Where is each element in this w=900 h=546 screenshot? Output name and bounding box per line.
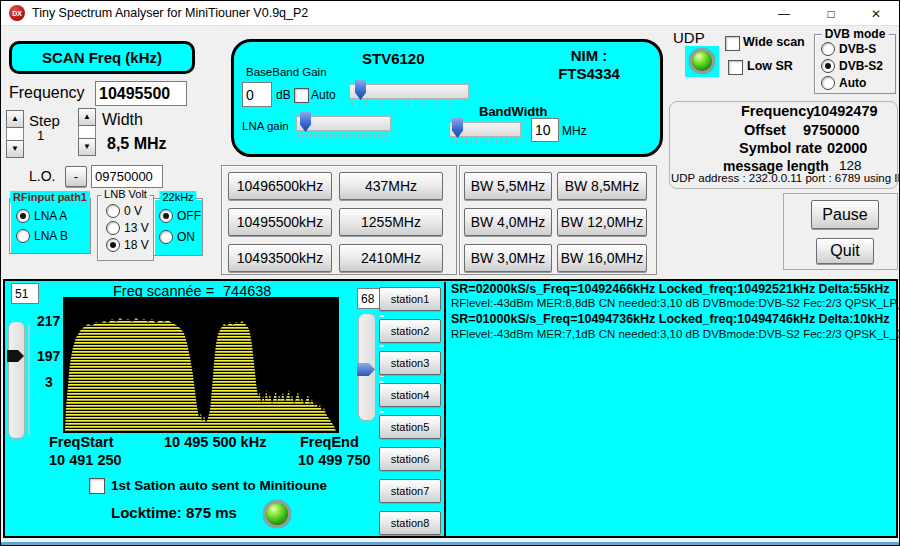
left-slider-groove — [28, 323, 30, 435]
bw-button-12-0[interactable]: BW 12,0MHz — [557, 208, 647, 236]
mhz-unit-label: MHz — [562, 124, 587, 138]
checkbox-icon — [294, 88, 309, 103]
station5-button[interactable]: station5 — [379, 415, 441, 439]
pause-button[interactable]: Pause — [811, 200, 879, 229]
bw-button-4-0[interactable]: BW 4,0MHz — [464, 208, 552, 236]
step-down-button[interactable]: ▼ — [6, 140, 24, 158]
band-preset-button-1255[interactable]: 1255MHz — [339, 208, 443, 236]
station7-button[interactable]: station7 — [379, 479, 441, 503]
station1-summary: SR=02000kS/s_Freq=10492466kHz Locked_fre… — [451, 282, 889, 296]
radio-icon — [16, 229, 30, 243]
bw-button-3-0[interactable]: BW 3,0MHz — [464, 244, 552, 272]
low-sr-label: Low SR — [747, 59, 793, 73]
bw-button-8-5[interactable]: BW 8,5MHz — [557, 172, 647, 200]
checkbox-icon — [728, 60, 743, 75]
radio-18v[interactable]: 18 V — [106, 238, 149, 252]
lnb-volt-groupbox: LNB Volt 0 V 13 V 18 V — [97, 195, 154, 261]
arrow-up-icon: ▲ — [83, 113, 91, 121]
status-offset-value: 9750000 — [803, 122, 859, 138]
arrow-down-icon: ▼ — [11, 145, 19, 153]
step-spinner[interactable]: ▲ ▼ — [6, 110, 24, 158]
radio-label: 13 V — [124, 221, 149, 235]
radio-22khz-on[interactable]: ON — [159, 230, 195, 244]
radio-lna-a[interactable]: LNA A — [16, 209, 67, 223]
maximize-button[interactable]: □ — [809, 1, 853, 26]
lo-input[interactable] — [91, 165, 163, 188]
width-spinner[interactable]: ▲ ▼ — [78, 108, 96, 156]
close-button[interactable]: ✕ — [854, 1, 898, 26]
radio-label: Auto — [839, 76, 866, 90]
radio-13v[interactable]: 13 V — [106, 221, 149, 235]
radio-label: LNA A — [34, 209, 67, 223]
nim-title: NIM : — [524, 47, 654, 64]
bw-button-16-0[interactable]: BW 16,0MHz — [557, 244, 647, 272]
status-symbol-rate-label: Symbol rate — [739, 140, 822, 156]
step-up-button[interactable]: ▲ — [6, 110, 24, 128]
frequency-input[interactable] — [95, 81, 187, 106]
window-title: Tiny Spectrum Analyser for MiniTiouner V… — [32, 6, 308, 20]
quit-button[interactable]: Quit — [816, 238, 874, 264]
left-gain-slider[interactable] — [8, 321, 25, 439]
baseband-gain-input[interactable] — [242, 82, 272, 107]
close-icon: ✕ — [871, 7, 881, 21]
radio-dvb-s[interactable]: DVB-S — [821, 42, 876, 56]
bw-button-5-5[interactable]: BW 5,5MHz — [464, 172, 552, 200]
radio-lna-b[interactable]: LNA B — [16, 229, 68, 243]
freq-start-label: FreqStart — [49, 434, 113, 450]
radio-label: OFF — [177, 209, 201, 223]
auto-checkbox[interactable] — [294, 88, 307, 101]
radio-selected-icon — [821, 59, 835, 73]
left-gain-input[interactable] — [11, 283, 39, 304]
freq-preset-button-3[interactable]: 10493500kHz — [228, 244, 332, 272]
app-icon-text: DX — [12, 10, 22, 17]
station3-button[interactable]: station3 — [379, 351, 441, 375]
radio-label: 18 V — [124, 238, 149, 252]
y-tick-3: 3 — [45, 374, 53, 390]
slider-ticks — [451, 140, 517, 144]
minimize-button[interactable]: — — [762, 1, 806, 26]
freq-preset-button-1[interactable]: 10496500kHz — [228, 172, 332, 200]
bandwidth-input[interactable] — [531, 118, 559, 142]
lo-label: L.O. — [29, 168, 55, 184]
station8-button[interactable]: station8 — [379, 511, 441, 535]
udp-address-line: UDP address : 232.0.0.11 port : 6789 usi… — [671, 172, 899, 184]
frequency-label: Frequency — [9, 84, 85, 102]
center-freq-value: 10 495 500 kHz — [164, 434, 266, 450]
22khz-groupbox: 22kHz OFF ON — [153, 198, 203, 256]
scan-freq-button[interactable]: SCAN Freq (kHz) — [9, 41, 195, 74]
freq-preset-button-2[interactable]: 10495500kHz — [228, 208, 332, 236]
radio-icon — [159, 230, 173, 244]
radio-icon — [821, 76, 835, 90]
width-up-button[interactable]: ▲ — [78, 108, 96, 126]
width-down-button[interactable]: ▼ — [78, 138, 96, 156]
radio-0v[interactable]: 0 V — [106, 204, 142, 218]
checkbox-icon — [89, 478, 105, 494]
baseband-gain-slider[interactable] — [349, 84, 469, 99]
radio-label: 0 V — [124, 204, 142, 218]
freq-end-value: 10 499 750 — [298, 452, 371, 468]
station4-button[interactable]: station4 — [379, 383, 441, 407]
radio-22khz-off[interactable]: OFF — [159, 209, 201, 223]
wide-scan-checkbox[interactable] — [725, 36, 740, 51]
baseband-gain-label: BaseBand Gain — [246, 66, 327, 78]
locktime-value: 875 ms — [186, 504, 237, 521]
radio-dvb-auto[interactable]: Auto — [821, 76, 866, 90]
radio-selected-icon — [106, 238, 120, 252]
locktime-led-icon — [263, 500, 291, 528]
auto-send-checkbox[interactable] — [89, 478, 105, 494]
radio-selected-icon — [16, 209, 30, 223]
radio-label: LNA B — [34, 229, 68, 243]
status-frequency-label: Frequency — [741, 103, 814, 119]
lo-minus-button[interactable]: - — [65, 166, 87, 187]
arrow-down-icon: ▼ — [83, 143, 91, 151]
station6-button[interactable]: station6 — [379, 447, 441, 471]
dvb-mode-groupbox: DVB mode DVB-S DVB-S2 Auto — [814, 34, 896, 94]
radio-selected-icon — [159, 209, 173, 223]
band-preset-button-437[interactable]: 437MHz — [339, 172, 443, 200]
low-sr-checkbox[interactable] — [728, 60, 743, 75]
station2-button[interactable]: station2 — [379, 319, 441, 343]
radio-dvb-s2[interactable]: DVB-S2 — [821, 59, 883, 73]
band-preset-button-2410[interactable]: 2410MHz — [339, 244, 443, 272]
22khz-title: 22kHz — [159, 191, 196, 203]
station1-button[interactable]: station1 — [379, 287, 441, 311]
